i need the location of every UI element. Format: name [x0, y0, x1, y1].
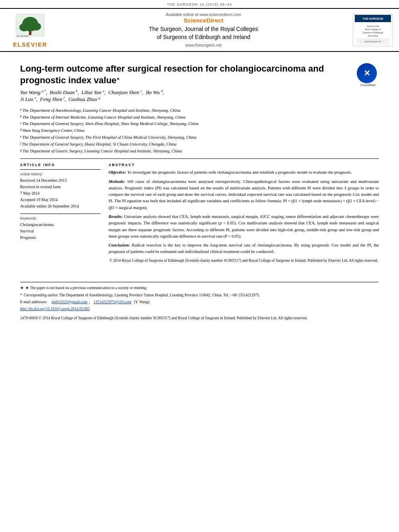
elsevier-tree-icon: ELSEVIER	[12, 12, 48, 40]
svg-point-4	[31, 23, 41, 31]
affiliation-g: g The Department of Gastric Surgery, Lia…	[20, 148, 379, 155]
svg-point-3	[19, 23, 29, 31]
footnote-doi: http://dx.doi.org/10.1016/j.surge.2014.0…	[20, 306, 379, 312]
abstract-header: ABSTRACT	[109, 163, 379, 167]
email-link-1[interactable]: gre031025@gmail.com	[51, 299, 88, 305]
crossmark-badge[interactable]: ✕ CrossMark	[357, 63, 379, 85]
crossmark-label: CrossMark	[357, 83, 379, 87]
footer-copyright: 1479-666X/© 2014 Royal College of Surgeo…	[20, 315, 379, 321]
footnote-star-text: ★ The paper is not based on a previous c…	[25, 285, 147, 291]
journal-full-title: The Surgeon, Journal of the Royal Colleg…	[60, 25, 347, 41]
keyword-3: Prognosis	[20, 234, 101, 241]
abstract-conclusion: Conclusion: Radical resection is the key…	[109, 242, 379, 255]
affiliation-a: a The Department of Anesthesiology, Liao…	[20, 107, 379, 114]
affiliation-d: d Shen Yang Emergency Center, China	[20, 127, 379, 134]
abstract-text: Objective: To investigate the prognostic…	[109, 169, 379, 263]
keyword-1: Cholangiocarcinoma	[20, 222, 101, 228]
title-star: ★	[117, 77, 119, 80]
abstract-results: Results: Univariate analysis showed that…	[109, 214, 379, 240]
received-date: Received 14 December 2013	[20, 177, 101, 184]
article-history-label: Article history:	[20, 172, 101, 176]
content-divider	[20, 158, 379, 159]
svg-text:Surgeons of Edinburgh: Surgeons of Edinburgh	[362, 31, 383, 34]
footnote-email: E-mail addresses: gre031025@gmail.com, 1…	[20, 299, 379, 305]
elsevier-logo: ELSEVIER ELSEVIER	[4, 12, 56, 48]
footer-divider	[20, 282, 379, 283]
footnote-corresponding-symbol: *	[20, 292, 22, 298]
abstract-column: ABSTRACT Objective: To investigate the p…	[109, 163, 379, 266]
available-online-text: Available online at www.sciencedirect.co…	[60, 12, 347, 17]
svg-text:Royal Colleges of: Royal Colleges of	[365, 28, 381, 31]
journal-title-block: Available online at www.sciencedirect.co…	[60, 12, 347, 47]
affiliation-c: c The Department of General Surgery, She…	[20, 121, 379, 127]
svg-text:THE SURGEON: THE SURGEON	[362, 17, 383, 20]
footnote-star-symbol: ★	[20, 285, 24, 291]
affiliation-f: f The Department of General Surgery, Hua…	[20, 141, 379, 148]
abstract-methods: Methods: 169 cases of cholangiocarcinoma…	[109, 179, 379, 211]
accepted-date: Accepted 19 May 2014	[20, 197, 101, 203]
sciencedirect-link[interactable]: ScienceDirect	[60, 17, 347, 24]
article-info-column: ARTICLE INFO Article history: Received 1…	[20, 163, 101, 266]
elsevier-wordmark: ELSEVIER	[13, 41, 47, 48]
revised-date: Received in revised form7 May 2014	[20, 184, 101, 197]
crossmark-icon: ✕	[357, 63, 377, 83]
authors-line: Yue Wang a,*, Boshi Duan b, Lihui Yan a,…	[20, 89, 379, 103]
keyword-2: Survival	[20, 228, 101, 234]
footnote-corresponding-text: Corresponding author. The Department of …	[24, 292, 260, 298]
journal-website: www.thesurgeon.net	[60, 43, 347, 47]
email-link-2[interactable]: 13514212975@163.com	[94, 299, 132, 305]
title-section: Long-term outcome after surgical resecti…	[20, 63, 379, 86]
journal-citation: THE SURGEON 14 (2016) 38–43	[167, 2, 232, 6]
affiliations-section: a The Department of Anesthesiology, Liao…	[20, 107, 379, 155]
article-info-header: ARTICLE INFO	[20, 163, 101, 167]
abstract-objective: Objective: To investigate the prognostic…	[109, 169, 379, 176]
svg-text:ELSEVIER: ELSEVIER	[17, 35, 29, 37]
svg-text:www.thesurgeon.net: www.thesurgeon.net	[365, 41, 382, 43]
surgeon-logo: THE SURGEON Journal of the Royal College…	[351, 14, 395, 46]
abstract-copyright: © 2014 Royal College of Surgeons of Edin…	[109, 258, 379, 264]
svg-text:and Ireland: and Ireland	[368, 35, 378, 37]
available-date: Available online 26 September 2014	[20, 203, 101, 210]
affiliation-e: e The Department of General Surgery, The…	[20, 134, 379, 141]
affiliation-b: b The Department of Internal Medicine, L…	[20, 114, 379, 121]
footnote-email-label: E-mail addresses:	[20, 299, 47, 305]
footnote-corresponding: * Corresponding author. The Department o…	[20, 292, 379, 298]
keywords-label: Keywords:	[20, 216, 101, 220]
doi-link[interactable]: http://dx.doi.org/10.1016/j.surge.2014.0…	[20, 306, 90, 312]
keywords-divider	[20, 214, 101, 214]
footnote-star: ★ ★ The paper is not based on a previous…	[20, 285, 379, 291]
paper-title: Long-term outcome after surgical resecti…	[20, 63, 379, 86]
email-attribution: (Y. Wang).	[133, 299, 150, 305]
main-content: Long-term outcome after surgical resecti…	[0, 52, 399, 270]
article-info-divider	[20, 169, 101, 170]
surgeon-logo-box: THE SURGEON Journal of the Royal College…	[353, 14, 393, 46]
footnote-section: ★ ★ The paper is not based on a previous…	[0, 285, 399, 321]
two-column-section: ARTICLE INFO Article history: Received 1…	[20, 163, 379, 266]
top-banner: ELSEVIER ELSEVIER Available online at ww…	[0, 8, 399, 52]
follow-text: follow	[255, 199, 266, 203]
svg-text:Journal of the: Journal of the	[367, 25, 379, 27]
journal-header-bar: THE SURGEON 14 (2016) 38–43	[0, 0, 399, 8]
